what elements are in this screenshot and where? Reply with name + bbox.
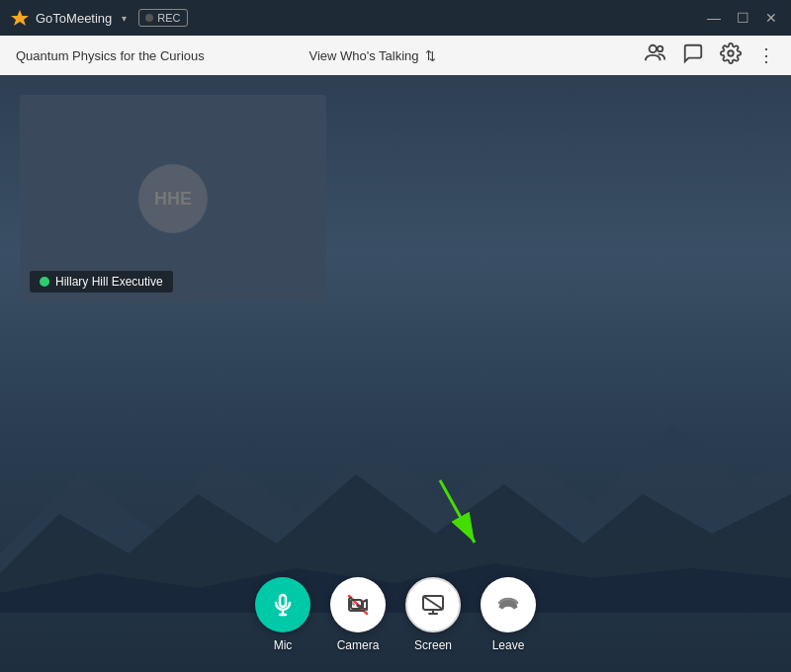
leave-label: Leave xyxy=(492,638,525,652)
mic-icon xyxy=(271,593,295,617)
mountains-background xyxy=(0,356,791,613)
svg-point-3 xyxy=(728,50,734,56)
view-whos-talking-button[interactable]: View Who's Talking ⇅ xyxy=(308,48,435,63)
main-content: HHE Hillary Hill Executive xyxy=(0,75,791,672)
window-controls: — ☐ ✕ xyxy=(703,8,781,28)
mic-button[interactable] xyxy=(255,577,310,632)
screen-label: Screen xyxy=(414,638,452,652)
title-bar: GoToMeeting ▾ REC — ☐ ✕ xyxy=(0,0,791,36)
screen-icon xyxy=(421,593,445,617)
maximize-button[interactable]: ☐ xyxy=(733,8,753,28)
meeting-toolbar: Quantum Physics for the Curious View Who… xyxy=(0,36,791,75)
screen-button[interactable] xyxy=(405,577,461,632)
participant-initials: HHE xyxy=(154,189,192,210)
rec-badge: REC xyxy=(138,9,187,27)
svg-line-18 xyxy=(424,597,442,609)
participant-name-label: Hillary Hill Executive xyxy=(55,275,163,289)
view-talking-arrows-icon: ⇅ xyxy=(425,48,436,63)
app-dropdown-arrow[interactable]: ▾ xyxy=(122,13,127,24)
leave-button[interactable] xyxy=(481,577,536,632)
camera-icon xyxy=(346,593,370,617)
svg-marker-0 xyxy=(11,10,29,26)
bottom-controls: Mic Camera xyxy=(0,577,791,652)
leave-control[interactable]: Leave xyxy=(481,577,536,652)
leave-icon xyxy=(496,593,520,617)
more-options-icon[interactable]: ⋮ xyxy=(757,44,775,66)
participant-avatar: HHE xyxy=(138,164,208,233)
screen-control[interactable]: Screen xyxy=(405,577,461,652)
toolbar-icons: ⋮ xyxy=(645,42,775,69)
svg-marker-14 xyxy=(363,600,367,610)
gotomeeting-logo-icon xyxy=(10,8,30,28)
camera-button[interactable] xyxy=(330,577,386,632)
chat-icon[interactable] xyxy=(682,42,704,69)
svg-rect-9 xyxy=(280,595,286,607)
participant-name-bar: Hillary Hill Executive xyxy=(30,271,173,293)
view-talking-label: View Who's Talking xyxy=(308,48,418,63)
mic-control[interactable]: Mic xyxy=(255,577,310,652)
rec-dot xyxy=(145,14,153,22)
rec-label: REC xyxy=(157,12,180,24)
logo-area: GoToMeeting ▾ xyxy=(10,8,127,28)
close-button[interactable]: ✕ xyxy=(761,8,781,28)
svg-point-2 xyxy=(658,45,663,51)
camera-control[interactable]: Camera xyxy=(330,577,386,652)
participant-tile: HHE Hillary Hill Executive xyxy=(20,95,326,302)
app-name-label: GoToMeeting xyxy=(36,11,112,26)
minimize-button[interactable]: — xyxy=(703,8,725,28)
svg-point-1 xyxy=(650,44,657,51)
mic-label: Mic xyxy=(274,638,293,652)
people-icon[interactable] xyxy=(645,42,666,69)
meeting-title-label: Quantum Physics for the Curious xyxy=(16,48,205,63)
camera-label: Camera xyxy=(337,638,380,652)
speaking-indicator-dot xyxy=(40,277,49,287)
settings-icon[interactable] xyxy=(720,42,742,69)
